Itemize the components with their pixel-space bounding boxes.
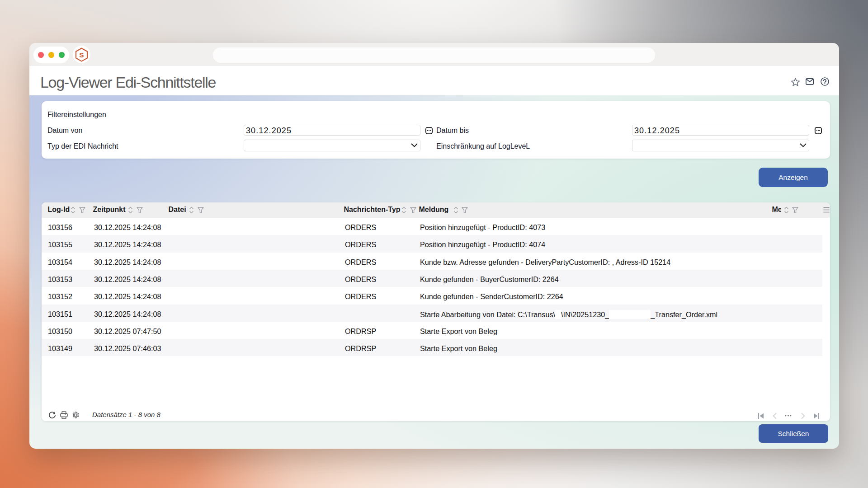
svg-text:S: S	[79, 51, 84, 59]
